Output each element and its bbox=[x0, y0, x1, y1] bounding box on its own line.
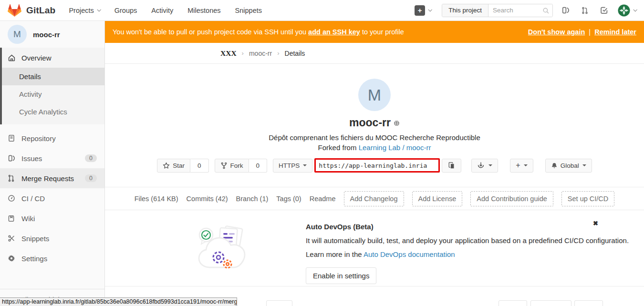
clone-url-input[interactable] bbox=[314, 158, 440, 173]
merge-requests-icon[interactable] bbox=[581, 7, 589, 14]
new-item-dropdown[interactable]: + bbox=[510, 159, 533, 173]
sidebar-item-label: Overview bbox=[21, 54, 52, 62]
star-icon bbox=[163, 162, 170, 169]
files-link[interactable]: Files (614 KB) bbox=[135, 195, 178, 203]
chevron-down-icon[interactable] bbox=[428, 8, 432, 11]
project-description: Dépôt comprenant les fichiers du MOOC Re… bbox=[105, 133, 644, 142]
sidebar-item-label: Settings bbox=[21, 255, 47, 263]
sidebar-item-wiki[interactable]: Wiki bbox=[0, 208, 104, 228]
fork-count[interactable]: 0 bbox=[249, 159, 268, 173]
add-contribution-guide-button[interactable]: Add Contribution guide bbox=[470, 191, 553, 206]
chevron-down-icon bbox=[97, 8, 101, 11]
devops-learn-line: Learn more in the Auto DevOps documentat… bbox=[306, 250, 629, 258]
tanuki-icon bbox=[8, 4, 21, 17]
commits-link[interactable]: Commits (42) bbox=[187, 195, 228, 203]
devops-docs-link[interactable]: Auto DevOps documentation bbox=[364, 250, 455, 258]
nav-projects[interactable]: Projects bbox=[69, 7, 100, 14]
project-avatar: M bbox=[8, 25, 27, 44]
main-content: XXX › mooc-rr › Details M mooc-rr Dépôt … bbox=[105, 21, 644, 306]
copy-icon bbox=[448, 162, 455, 169]
todos-icon[interactable] bbox=[600, 6, 608, 14]
breadcrumb-separator: › bbox=[277, 50, 279, 57]
new-menu-button[interactable]: + bbox=[415, 5, 425, 16]
sidebar-item-label: Repository bbox=[21, 134, 56, 143]
partial-button[interactable] bbox=[499, 300, 527, 306]
add-license-button[interactable]: Add License bbox=[412, 191, 463, 206]
remind-later-link[interactable]: Remind later bbox=[594, 28, 636, 36]
auto-devops-callout: Auto DevOps (Beta) It will automatically… bbox=[105, 210, 644, 286]
project-stats-row: Files (614 KB) Commits (42) Branch (1) T… bbox=[105, 187, 644, 210]
scissors-icon bbox=[8, 235, 16, 242]
breadcrumb-project[interactable]: mooc-rr bbox=[249, 50, 272, 57]
sidebar-item-repository[interactable]: Repository bbox=[0, 128, 104, 148]
sidebar-item-ci-cd[interactable]: CI / CD bbox=[0, 188, 104, 208]
partial-button[interactable] bbox=[574, 300, 603, 306]
search-scope-label[interactable]: This project bbox=[442, 4, 488, 17]
sidebar-project-header[interactable]: M mooc-rr bbox=[0, 21, 104, 48]
sidebar-item-settings[interactable]: Settings bbox=[0, 248, 104, 268]
dont-show-again-link[interactable]: Don't show again bbox=[528, 28, 585, 36]
devops-illustration bbox=[196, 221, 252, 275]
partial-button[interactable] bbox=[266, 300, 292, 306]
gitlab-logo[interactable]: GitLab bbox=[8, 4, 55, 17]
sidebar-item-label: Snippets bbox=[21, 235, 49, 243]
branches-link[interactable]: Branch (1) bbox=[236, 195, 269, 203]
project-actions-row: Star 0 Fork 0 HTTPS + Global bbox=[105, 158, 644, 173]
add-ssh-key-link[interactable]: add an SSH key bbox=[308, 28, 360, 36]
download-dropdown[interactable] bbox=[471, 159, 498, 173]
notification-dropdown[interactable]: Global bbox=[545, 159, 592, 173]
sidebar-item-issues[interactable]: Issues 0 bbox=[0, 148, 104, 168]
nav-activity[interactable]: Activity bbox=[151, 7, 173, 14]
top-navbar: GitLab Projects Groups Activity Mileston… bbox=[0, 0, 644, 21]
issues-icon[interactable] bbox=[561, 6, 570, 14]
browser-status-bar: https://app-learninglab.inria.fr/gitlab/… bbox=[0, 297, 237, 306]
forked-from-link[interactable]: Learning Lab / mooc-rr bbox=[359, 143, 431, 152]
protocol-dropdown[interactable]: HTTPS bbox=[273, 159, 312, 173]
sidebar-item-label: Merge Requests bbox=[21, 174, 74, 183]
caret-down-icon bbox=[488, 164, 492, 166]
devops-title: Auto DevOps (Beta) bbox=[306, 223, 629, 231]
issues-count-badge: 0 bbox=[85, 154, 97, 162]
star-button[interactable]: Star bbox=[157, 159, 190, 173]
nav-milestones[interactable]: Milestones bbox=[187, 7, 220, 14]
primary-nav: Projects Groups Activity Milestones Snip… bbox=[69, 7, 262, 14]
nav-groups[interactable]: Groups bbox=[114, 7, 137, 14]
merge-requests-icon bbox=[8, 174, 16, 182]
close-icon[interactable]: ✖ bbox=[593, 220, 598, 227]
add-changelog-button[interactable]: Add Changelog bbox=[344, 191, 404, 206]
sidebar-item-merge-requests[interactable]: Merge Requests 0 bbox=[0, 168, 104, 188]
breadcrumb-page[interactable]: Details bbox=[285, 50, 305, 57]
nav-snippets[interactable]: Snippets bbox=[235, 7, 262, 14]
caret-down-icon bbox=[582, 164, 586, 166]
sidebar-item-activity[interactable]: Activity bbox=[2, 85, 104, 103]
chevron-down-icon bbox=[633, 8, 637, 11]
issues-icon bbox=[8, 154, 16, 162]
fork-button[interactable]: Fork bbox=[215, 159, 249, 173]
setup-ci-cd-button[interactable]: Set up CI/CD bbox=[561, 191, 614, 206]
partial-button[interactable] bbox=[530, 300, 571, 306]
merge-requests-count-badge: 0 bbox=[85, 174, 97, 182]
brand-name: GitLab bbox=[26, 5, 55, 16]
banner-text: You won't be able to pull or push projec… bbox=[113, 28, 404, 36]
sidebar-item-cycle-analytics[interactable]: Cycle Analytics bbox=[2, 103, 104, 121]
user-avatar bbox=[618, 4, 630, 17]
sidebar-item-details[interactable]: Details bbox=[2, 68, 104, 85]
user-menu[interactable] bbox=[618, 4, 636, 17]
home-icon bbox=[8, 54, 16, 62]
breadcrumb: XXX › mooc-rr › Details bbox=[105, 43, 644, 64]
document-icon bbox=[8, 134, 16, 142]
star-count[interactable]: 0 bbox=[190, 159, 209, 173]
sidebar-item-overview[interactable]: Overview bbox=[2, 48, 104, 68]
project-title: mooc-rr bbox=[105, 116, 644, 129]
enable-in-settings-button[interactable]: Enable in settings bbox=[306, 267, 376, 284]
project-avatar-large: M bbox=[358, 79, 391, 111]
tags-link[interactable]: Tags (0) bbox=[276, 195, 301, 203]
breadcrumb-separator: › bbox=[242, 50, 244, 57]
sidebar-item-snippets[interactable]: Snippets bbox=[0, 228, 104, 248]
copy-url-button[interactable] bbox=[442, 159, 461, 173]
sidebar-section-overview: Overview Details Activity Cycle Analytic… bbox=[0, 48, 104, 124]
bell-icon bbox=[551, 162, 558, 169]
readme-link[interactable]: Readme bbox=[310, 195, 336, 203]
breadcrumb-group[interactable]: XXX bbox=[220, 49, 237, 58]
caret-down-icon bbox=[524, 164, 528, 166]
